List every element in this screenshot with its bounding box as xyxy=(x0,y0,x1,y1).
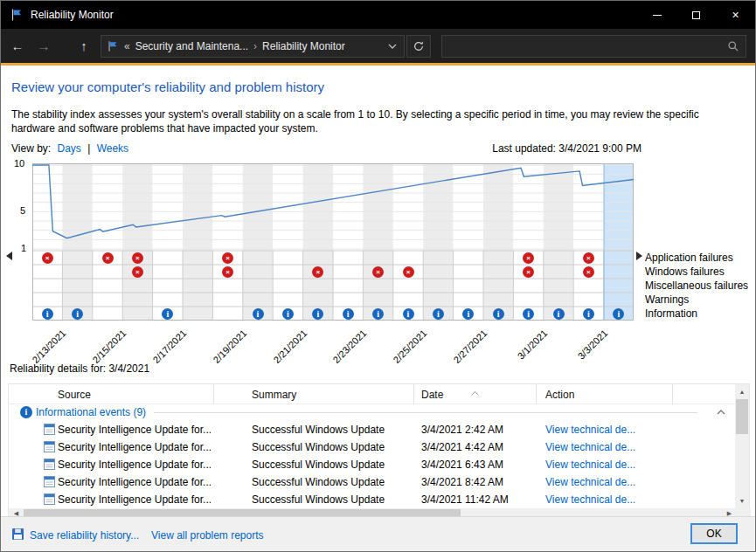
error-event-icon[interactable]: × xyxy=(312,266,323,278)
forward-button[interactable]: → xyxy=(34,39,53,52)
vertical-scrollbar-thumb[interactable] xyxy=(736,399,748,434)
informational-events-group-row[interactable]: i Informational events (9) xyxy=(9,404,737,421)
error-event-icon[interactable]: × xyxy=(102,252,114,264)
scroll-down-button[interactable]: ▼ xyxy=(735,493,749,508)
info-event-icon[interactable]: i xyxy=(282,308,294,320)
row-source: Security Intelligence Update for... xyxy=(58,456,211,473)
address-dropdown-button[interactable] xyxy=(385,44,400,49)
ok-button[interactable]: OK xyxy=(690,523,738,544)
title-bar: Reliability Monitor × xyxy=(1,1,755,29)
breadcrumb-flag-icon xyxy=(107,40,119,52)
address-bar[interactable]: « Security and Maintena... › Reliability… xyxy=(101,35,405,58)
group-label[interactable]: Informational events (9) xyxy=(36,404,146,421)
scroll-up-button[interactable]: ▲ xyxy=(735,384,749,399)
chart-event-icons: ×××××××××××××iiiiiiiiiiiiiiii xyxy=(32,163,634,321)
error-event-icon[interactable]: × xyxy=(523,252,534,264)
refresh-button[interactable] xyxy=(406,35,431,58)
error-event-icon[interactable]: × xyxy=(222,266,233,278)
error-event-icon[interactable]: × xyxy=(222,252,233,264)
close-icon: × xyxy=(732,9,739,21)
maximize-button[interactable] xyxy=(676,1,716,29)
info-event-icon[interactable]: i xyxy=(403,308,414,320)
main-content: Review your computer's reliability and p… xyxy=(1,66,755,518)
error-event-icon[interactable]: × xyxy=(523,266,534,278)
info-event-icon[interactable]: i xyxy=(72,308,83,320)
row-summary: Successful Windows Update xyxy=(252,473,411,491)
details-table-row[interactable]: Security Intelligence Update for...Succe… xyxy=(9,473,737,491)
breadcrumb-overflow-icon[interactable]: « xyxy=(124,40,130,52)
view-by-weeks-link[interactable]: Weeks xyxy=(97,142,128,155)
close-button[interactable]: × xyxy=(716,1,755,29)
info-event-icon[interactable]: i xyxy=(583,308,594,320)
details-table-rows: Security Intelligence Update for...Succe… xyxy=(9,421,737,508)
error-event-icon[interactable]: × xyxy=(132,266,143,278)
info-event-icon[interactable]: i xyxy=(462,308,474,320)
view-all-problem-reports-link[interactable]: View all problem reports xyxy=(151,529,264,542)
details-title: Reliability details for: 3/4/2021 xyxy=(10,362,149,375)
x-axis-label: 2/19/2021 xyxy=(198,328,248,378)
view-technical-details-link[interactable]: View technical de... xyxy=(545,473,635,491)
details-table: Source Summary Date Action i Information… xyxy=(8,383,750,518)
maximize-icon xyxy=(692,11,700,19)
info-event-icon[interactable]: i xyxy=(523,308,534,320)
details-table-row[interactable]: Security Intelligence Update for...Succe… xyxy=(9,421,737,438)
view-technical-details-link[interactable]: View technical de... xyxy=(545,491,635,508)
row-source: Security Intelligence Update for... xyxy=(58,438,211,456)
security-flag-icon xyxy=(10,8,24,22)
error-event-icon[interactable]: × xyxy=(372,266,384,278)
info-event-icon[interactable]: i xyxy=(343,308,354,320)
info-event-icon[interactable]: i xyxy=(42,308,53,320)
error-event-icon[interactable]: × xyxy=(42,252,53,264)
chart-scroll-left-button[interactable] xyxy=(6,252,12,260)
info-event-icon[interactable]: i xyxy=(253,308,264,320)
window-controls: × xyxy=(637,1,755,29)
chart-scroll-right-button[interactable] xyxy=(636,252,642,260)
y-tick-1: 1 xyxy=(21,243,26,253)
details-table-row[interactable]: Security Intelligence Update for...Succe… xyxy=(9,491,737,508)
details-table-row[interactable]: Security Intelligence Update for...Succe… xyxy=(9,438,737,456)
y-tick-5: 5 xyxy=(20,205,25,216)
view-technical-details-link[interactable]: View technical de... xyxy=(545,456,635,473)
info-event-icon[interactable]: i xyxy=(162,308,173,320)
view-by-days-link[interactable]: Days xyxy=(57,142,80,155)
back-button[interactable]: ← xyxy=(8,39,27,52)
info-event-icon[interactable]: i xyxy=(493,308,504,320)
details-table-row[interactable]: Security Intelligence Update for...Succe… xyxy=(9,456,737,473)
info-event-icon[interactable]: i xyxy=(613,308,624,320)
column-header-action[interactable]: Action xyxy=(537,384,673,404)
legend-warnings: Warnings xyxy=(645,293,754,307)
info-icon: i xyxy=(20,406,32,418)
error-event-icon[interactable]: × xyxy=(132,252,143,264)
info-event-icon[interactable]: i xyxy=(312,308,323,320)
search-input[interactable] xyxy=(442,36,727,57)
page-description: The stability index assesses your system… xyxy=(11,107,739,135)
breadcrumb-item-security-and-maintenance[interactable]: Security and Maintena... xyxy=(135,40,248,52)
row-date: 3/4/2021 4:42 AM xyxy=(421,438,533,456)
row-summary: Successful Windows Update xyxy=(252,421,411,438)
info-event-icon[interactable]: i xyxy=(553,308,565,320)
error-event-icon[interactable]: × xyxy=(583,266,594,278)
error-event-icon[interactable]: × xyxy=(403,266,414,278)
column-header-source[interactable]: Source xyxy=(9,384,214,404)
info-event-icon[interactable]: i xyxy=(433,308,444,320)
windows-update-icon xyxy=(44,493,55,505)
column-header-summary[interactable]: Summary xyxy=(214,384,414,404)
view-technical-details-link[interactable]: View technical de... xyxy=(545,421,635,438)
minimize-button[interactable] xyxy=(637,1,676,29)
row-date: 3/4/2021 8:42 AM xyxy=(421,473,533,491)
x-axis-label: 2/23/2021 xyxy=(318,328,369,378)
view-technical-details-link[interactable]: View technical de... xyxy=(545,438,635,456)
row-source: Security Intelligence Update for... xyxy=(58,473,211,491)
breadcrumb-item-reliability-monitor[interactable]: Reliability Monitor xyxy=(262,40,345,52)
save-history-icon xyxy=(11,528,24,541)
save-reliability-history-link[interactable]: Save reliability history... xyxy=(30,529,139,542)
row-summary: Successful Windows Update xyxy=(252,491,411,508)
up-button[interactable]: ↑ xyxy=(74,39,94,52)
view-by-label: View by: xyxy=(11,142,51,155)
error-event-icon[interactable]: × xyxy=(583,252,594,264)
row-date: 3/4/2021 11:42 AM xyxy=(421,491,533,508)
collapse-group-icon[interactable] xyxy=(717,410,725,415)
search-icon[interactable] xyxy=(727,40,739,52)
vertical-scrollbar[interactable]: ▲ ▼ xyxy=(735,384,749,508)
info-event-icon[interactable]: i xyxy=(372,308,384,320)
